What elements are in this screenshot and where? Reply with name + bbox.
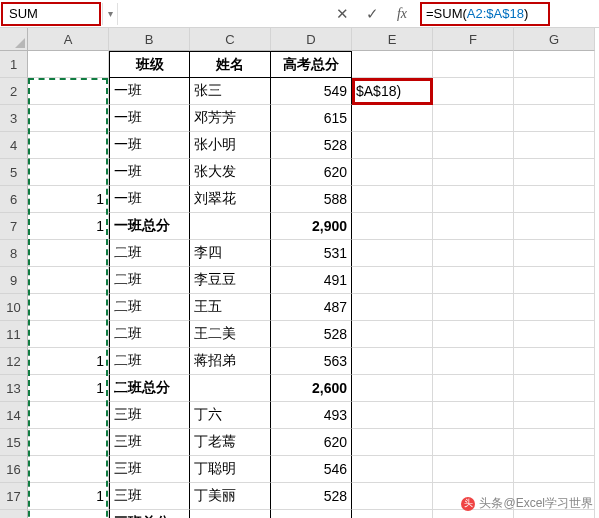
name-box-dropdown-icon[interactable]: ▾ [102,3,118,25]
cell[interactable]: 2,600 [271,375,352,402]
column-header[interactable]: G [514,28,595,51]
cell[interactable]: 528 [271,483,352,510]
cell[interactable]: 丁老蔫 [190,429,271,456]
cell[interactable]: 张小明 [190,132,271,159]
cell[interactable] [352,402,433,429]
row-header[interactable]: 8 [0,240,28,267]
cell[interactable] [352,186,433,213]
cell[interactable] [28,267,109,294]
cell[interactable] [514,78,595,105]
cell[interactable] [352,267,433,294]
cell[interactable] [28,240,109,267]
cell[interactable]: 二班 [109,267,190,294]
cell[interactable]: 1 [28,213,109,240]
row-header[interactable]: 12 [0,348,28,375]
cell[interactable]: 1 [28,510,109,518]
cell[interactable]: 蒋招弟 [190,348,271,375]
cell[interactable]: 一班总分 [109,213,190,240]
cell[interactable] [514,348,595,375]
cell[interactable] [514,429,595,456]
cell[interactable]: 李四 [190,240,271,267]
cell[interactable] [352,240,433,267]
cell[interactable] [28,159,109,186]
cell[interactable] [352,213,433,240]
cell[interactable] [190,213,271,240]
cell[interactable] [28,51,109,78]
cell[interactable] [190,510,271,518]
cell[interactable]: 李豆豆 [190,267,271,294]
cell[interactable]: 1 [28,375,109,402]
row-header[interactable]: 4 [0,132,28,159]
cell[interactable] [433,240,514,267]
cell[interactable]: 一班 [109,105,190,132]
cell[interactable] [28,321,109,348]
cell[interactable]: 一班 [109,159,190,186]
cell[interactable] [352,51,433,78]
cell[interactable]: 一班 [109,78,190,105]
cell[interactable] [28,132,109,159]
cell[interactable]: 546 [271,456,352,483]
row-header[interactable]: 13 [0,375,28,402]
cell[interactable] [514,105,595,132]
cell[interactable] [433,321,514,348]
row-header[interactable]: 14 [0,402,28,429]
cell[interactable] [514,375,595,402]
cell[interactable]: 班级 [109,51,190,78]
cell[interactable]: 1 [28,186,109,213]
cell[interactable]: 528 [271,321,352,348]
row-header[interactable]: 15 [0,429,28,456]
cell[interactable]: 张三 [190,78,271,105]
cell[interactable]: 563 [271,348,352,375]
cell[interactable] [514,213,595,240]
cell[interactable]: 1 [28,348,109,375]
cell[interactable]: 2,900 [271,213,352,240]
row-header[interactable]: 16 [0,456,28,483]
cell[interactable] [352,105,433,132]
cell[interactable]: 三班 [109,429,190,456]
cell[interactable] [433,402,514,429]
cell[interactable] [514,294,595,321]
cell[interactable]: 三班 [109,402,190,429]
cell[interactable] [514,402,595,429]
cell[interactable]: 620 [271,159,352,186]
row-header[interactable]: 6 [0,186,28,213]
name-box[interactable]: SUM [1,2,101,26]
grid[interactable]: 班级姓名高考总分一班张三549$A$18)一班邓芳芳615一班张小明528一班张… [28,51,595,518]
cell[interactable]: 一班 [109,186,190,213]
cell[interactable]: 姓名 [190,51,271,78]
row-header[interactable]: 11 [0,321,28,348]
enter-icon[interactable]: ✓ [358,2,386,26]
cell[interactable] [433,51,514,78]
column-header[interactable]: E [352,28,433,51]
cell[interactable] [28,402,109,429]
cell[interactable]: 487 [271,294,352,321]
cancel-icon[interactable]: ✕ [328,2,356,26]
cell[interactable]: 邓芳芳 [190,105,271,132]
cell[interactable]: 王二美 [190,321,271,348]
cell[interactable] [28,456,109,483]
column-header[interactable]: F [433,28,514,51]
cell[interactable] [28,429,109,456]
cell[interactable] [352,348,433,375]
row-header[interactable]: 17 [0,483,28,510]
cell[interactable]: 531 [271,240,352,267]
select-all-corner[interactable] [0,28,28,51]
cell[interactable] [433,186,514,213]
cell[interactable]: 493 [271,402,352,429]
row-header[interactable]: 3 [0,105,28,132]
cell[interactable] [352,321,433,348]
cell[interactable] [190,375,271,402]
cell[interactable] [514,51,595,78]
cell[interactable] [352,510,433,518]
cell[interactable] [28,105,109,132]
cell[interactable]: 1 [28,483,109,510]
cell[interactable] [514,132,595,159]
cell[interactable] [433,429,514,456]
cell[interactable]: 丁聪明 [190,456,271,483]
cell[interactable] [352,132,433,159]
cell[interactable] [433,456,514,483]
column-header[interactable]: B [109,28,190,51]
cell[interactable]: $A$18) [352,78,433,105]
cell[interactable] [433,267,514,294]
cell[interactable]: 620 [271,429,352,456]
